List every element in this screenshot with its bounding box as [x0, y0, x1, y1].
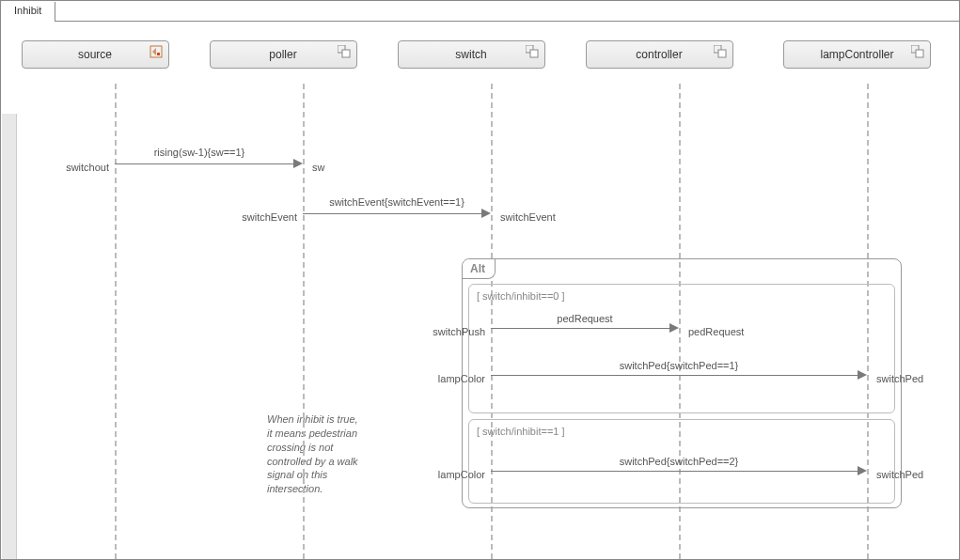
- message-pedrequest-label: pedRequest: [557, 313, 612, 324]
- tab-bar: Inhibit: [1, 1, 959, 22]
- source-icon: [150, 45, 163, 58]
- alt-title: Alt: [463, 259, 496, 279]
- message-switchped2-to: switchPed: [876, 469, 923, 480]
- svg-rect-7: [718, 50, 726, 57]
- lifeline-poller-label: poller: [269, 48, 296, 61]
- diagram-frame: Inhibit source poller switch controller …: [0, 0, 960, 560]
- alt-guard-0: [ switch/inhibit==0 ]: [477, 290, 565, 302]
- lifeline-switch-label: switch: [455, 48, 486, 61]
- alt-region-0: [ switch/inhibit==0 ]: [468, 284, 895, 413]
- message-switchped1-to: switchPed: [876, 373, 923, 384]
- block-icon: [338, 45, 351, 58]
- message-rising-label: rising(sw-1){sw==1}: [154, 147, 245, 158]
- left-gutter: [2, 114, 17, 560]
- message-pedrequest-to: pedRequest: [688, 326, 744, 337]
- lifeline-controller-label: controller: [636, 48, 682, 61]
- message-switchped2-label: switchPed{switchPed==2}: [620, 456, 739, 467]
- lifeline-controller[interactable]: controller: [586, 40, 733, 69]
- message-switchped2-from: lampColor: [416, 469, 485, 480]
- svg-rect-1: [157, 53, 160, 55]
- message-switchped1-from: lampColor: [416, 373, 485, 384]
- message-rising-from: switchout: [49, 162, 109, 173]
- message-rising-to: sw: [312, 162, 324, 173]
- lifeline-poller[interactable]: poller: [210, 40, 357, 69]
- alt-guard-1: [ switch/inhibit==1 ]: [477, 426, 565, 437]
- message-switchevent-label: switchEvent{switchEvent==1}: [329, 196, 464, 208]
- message-switchevent-from: switchEvent: [228, 211, 297, 223]
- lifelines-header: source poller switch controller lampCont…: [1, 22, 959, 82]
- tab-inhibit[interactable]: Inhibit: [1, 2, 55, 22]
- lifeline-lampcontroller-label: lampController: [820, 48, 893, 61]
- lifeline-source-label: source: [78, 48, 112, 61]
- lifeline-dash-poller: [303, 84, 305, 559]
- lifeline-switch[interactable]: switch: [398, 40, 545, 69]
- lifeline-source[interactable]: source: [22, 40, 169, 69]
- block-icon: [714, 45, 727, 58]
- block-icon: [911, 45, 924, 58]
- svg-rect-3: [342, 50, 350, 57]
- message-pedrequest-from: switchPush: [416, 326, 485, 337]
- lifeline-lampcontroller[interactable]: lampController: [783, 40, 931, 69]
- message-switchevent-to: switchEvent: [500, 211, 556, 223]
- svg-rect-9: [916, 50, 923, 57]
- lifeline-dash-source: [115, 84, 117, 559]
- message-switchped1-label: switchPed{switchPed==1}: [620, 360, 739, 371]
- svg-rect-5: [530, 50, 538, 57]
- block-icon: [526, 45, 539, 58]
- note-inhibit: When inhibit is true, it means pedestria…: [267, 412, 361, 496]
